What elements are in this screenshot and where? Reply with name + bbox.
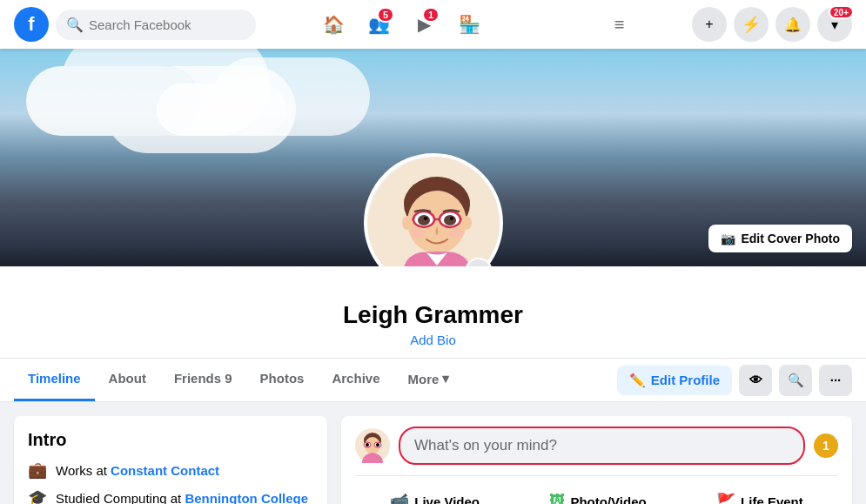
intro-card: Intro 💼 Works at Constant Contact 🎓 Stud… <box>14 416 327 504</box>
search-input[interactable] <box>89 17 245 32</box>
svg-point-6 <box>418 215 430 225</box>
tab-timeline[interactable]: Timeline <box>14 359 95 401</box>
intro-education-item: 🎓 Studied Computing at Bennington Colleg… <box>28 488 313 504</box>
facebook-logo[interactable]: Facebookf <box>14 7 49 42</box>
edit-cover-photo-button[interactable]: 📷 Edit Cover Photo <box>708 225 852 252</box>
work-link[interactable]: Constant Contact <box>111 463 219 478</box>
watch-badge: 1 <box>422 7 440 23</box>
eye-icon: 👁 <box>749 373 762 387</box>
menu-icon: ≡ <box>614 15 625 35</box>
plus-icon: + <box>705 17 713 32</box>
friends-badge: 5 <box>377 7 394 23</box>
profile-actions: ✏️ Edit Profile 👁 🔍 ··· <box>617 365 852 396</box>
notifications-button[interactable]: 🔔 <box>775 7 810 42</box>
account-badge: 20+ <box>829 5 854 19</box>
profile-picture <box>364 153 503 266</box>
live-video-button[interactable]: 📹 Live Video <box>376 485 493 504</box>
svg-point-8 <box>424 217 427 220</box>
profile-name: Leigh Grammer <box>0 301 866 329</box>
svg-point-15 <box>402 216 413 230</box>
photo-video-icon: 🖼 <box>549 493 565 505</box>
nav-right: + ⚡ 🔔 ▾ 20+ <box>692 7 852 42</box>
svg-point-13 <box>411 229 425 238</box>
main-content: Intro 💼 Works at Constant Contact 🎓 Stud… <box>0 402 866 504</box>
search-profile-button[interactable]: 🔍 <box>779 365 812 396</box>
pencil-icon: ✏️ <box>629 373 646 388</box>
post-input-row: What's on your mind? 1 <box>355 427 838 465</box>
life-event-icon: 🚩 <box>716 492 735 504</box>
messenger-icon: ⚡ <box>742 15 761 34</box>
tab-photos[interactable]: Photos <box>246 359 319 401</box>
education-link[interactable]: Bennington College <box>185 491 308 505</box>
intro-work-item: 💼 Works at Constant Contact <box>28 460 313 480</box>
svg-point-22 <box>366 443 369 447</box>
svg-point-9 <box>450 217 453 220</box>
dots-icon: ··· <box>830 373 842 387</box>
live-video-icon: 📹 <box>390 492 409 504</box>
friends-nav-button[interactable]: 👥 5 <box>358 3 399 45</box>
life-event-button[interactable]: 🚩 Life Event <box>702 485 817 504</box>
profile-navigation: Timeline About Friends 9 Photos Archive … <box>0 358 866 401</box>
left-column: Intro 💼 Works at Constant Contact 🎓 Stud… <box>14 416 327 504</box>
marketplace-icon: 🏪 <box>459 14 480 35</box>
nav-left: Facebookf 🔍 <box>14 7 256 42</box>
profile-info-section: Leigh Grammer Add Bio Timeline About Fri… <box>0 266 866 402</box>
top-navigation: Facebookf 🔍 🏠 👥 5 ▶ 1 🏪 ≡ + <box>0 0 866 49</box>
profile-picture-wrapper: 📷 <box>364 153 503 266</box>
right-column: What's on your mind? 1 📹 Live Video 🖼 Ph… <box>341 416 852 504</box>
search-icon: 🔍 <box>788 373 804 388</box>
post-notification-counter: 1 <box>814 433 838 458</box>
tab-friends[interactable]: Friends 9 <box>160 359 246 401</box>
cover-section: 📷 Edit Cover Photo <box>0 49 866 402</box>
tab-archive[interactable]: Archive <box>318 359 393 401</box>
messenger-button[interactable]: ⚡ <box>734 7 769 42</box>
svg-point-23 <box>376 443 379 447</box>
intro-title: Intro <box>28 430 313 450</box>
photo-video-button[interactable]: 🖼 Photo/Video <box>535 486 660 505</box>
post-input-field[interactable]: What's on your mind? <box>399 427 805 465</box>
view-as-button[interactable]: 👁 <box>739 365 772 396</box>
svg-point-14 <box>449 229 463 238</box>
post-actions-row: 📹 Live Video 🖼 Photo/Video 🚩 Life Event <box>355 485 838 504</box>
cover-photo: 📷 Edit Cover Photo <box>0 49 866 266</box>
profile-tabs: Timeline About Friends 9 Photos Archive … <box>14 359 617 401</box>
education-icon: 🎓 <box>28 488 47 504</box>
menu-button[interactable]: ≡ <box>599 3 641 45</box>
watch-nav-button[interactable]: ▶ 1 <box>403 3 445 45</box>
tab-about[interactable]: About <box>95 359 160 401</box>
post-box: What's on your mind? 1 📹 Live Video 🖼 Ph… <box>341 416 852 504</box>
post-avatar <box>355 428 390 463</box>
search-icon: 🔍 <box>66 17 84 33</box>
account-button[interactable]: ▾ 20+ <box>817 7 852 42</box>
tab-more[interactable]: More ▾ <box>393 359 463 401</box>
add-button[interactable]: + <box>692 7 727 42</box>
bell-icon: 🔔 <box>784 17 802 33</box>
camera-small-icon: 📷 <box>470 264 487 266</box>
chevron-down-icon: ▾ <box>442 371 449 386</box>
work-icon: 💼 <box>28 460 47 480</box>
marketplace-nav-button[interactable]: 🏪 <box>448 3 490 45</box>
post-divider <box>355 475 838 476</box>
nav-center: 🏠 👥 5 ▶ 1 🏪 <box>256 3 547 45</box>
svg-point-7 <box>444 215 456 225</box>
home-nav-button[interactable]: 🏠 <box>312 3 354 45</box>
edit-profile-button[interactable]: ✏️ Edit Profile <box>617 366 732 395</box>
add-bio-link[interactable]: Add Bio <box>410 333 456 347</box>
more-options-button[interactable]: ··· <box>819 365 852 396</box>
camera-icon: 📷 <box>721 232 735 245</box>
search-box[interactable]: 🔍 <box>56 10 256 40</box>
svg-point-16 <box>461 216 472 230</box>
home-icon: 🏠 <box>323 14 345 35</box>
